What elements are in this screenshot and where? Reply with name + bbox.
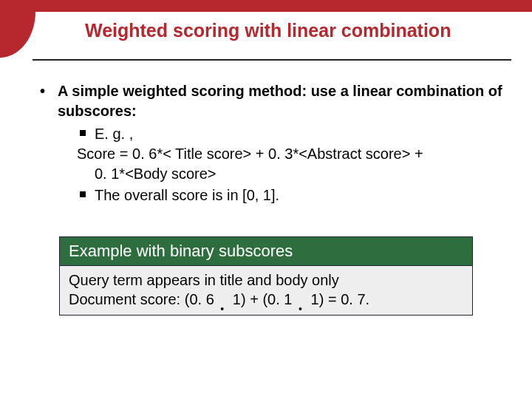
example-line-2b: 1) + (0. 1 bbox=[228, 291, 296, 307]
example-box: Example with binary subscores Query term… bbox=[59, 236, 473, 316]
formula-line-2: 0. 1*<Body score> bbox=[77, 164, 502, 184]
top-stripe bbox=[0, 0, 532, 12]
title-underline bbox=[33, 59, 511, 61]
example-line-1: Query term appears in title and body onl… bbox=[69, 270, 463, 290]
slide: Weighted scoring with linear combination… bbox=[0, 0, 532, 399]
body-area: A simple weighted scoring method: use a … bbox=[37, 81, 502, 205]
bullet-eg: E. g. , bbox=[37, 124, 502, 144]
title-area: Weighted scoring with linear combination bbox=[0, 19, 532, 42]
formula-line-1: Score = 0. 6*< Title score> + 0. 3*<Abst… bbox=[77, 146, 423, 162]
example-line-2: Document score: (0. 6 1) + (0. 1 1) = 0.… bbox=[69, 290, 463, 309]
example-line-2a: Document score: (0. 6 bbox=[69, 291, 218, 307]
bullet-overall: The overall score is in [0, 1]. bbox=[37, 185, 502, 205]
bullet-main: A simple weighted scoring method: use a … bbox=[37, 81, 502, 121]
slide-title: Weighted scoring with linear combination bbox=[85, 19, 532, 42]
example-body: Query term appears in title and body onl… bbox=[59, 266, 473, 316]
example-line-2c: 1) = 0. 7. bbox=[307, 291, 369, 307]
score-formula: Score = 0. 6*< Title score> + 0. 3*<Abst… bbox=[37, 144, 502, 184]
example-header: Example with binary subscores bbox=[59, 236, 473, 266]
